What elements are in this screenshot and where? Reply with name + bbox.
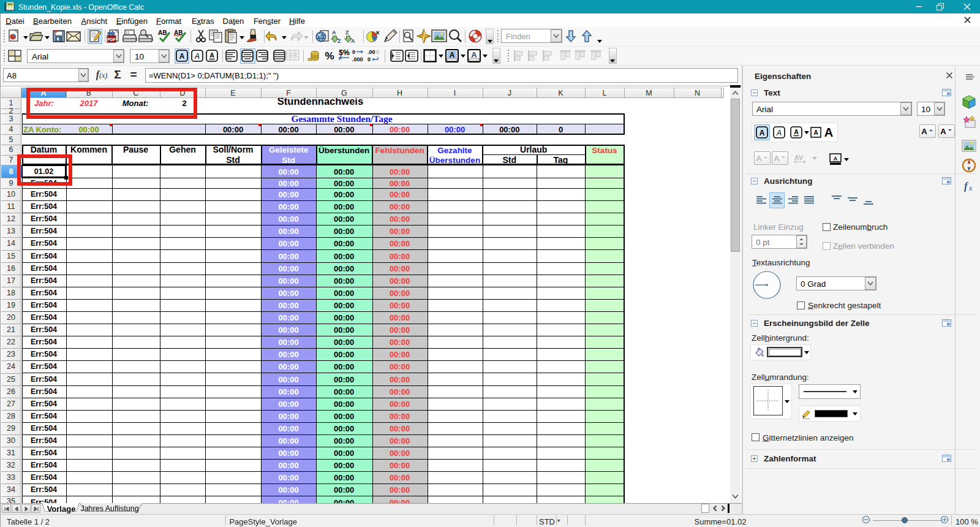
svg-text:N: N [968, 160, 970, 164]
svg-text:A: A [450, 51, 455, 59]
svg-text:AV: AV [794, 154, 804, 161]
svg-text:0: 0 [352, 49, 355, 55]
svg-text:A: A [179, 52, 184, 61]
svg-text:A: A [921, 127, 927, 136]
svg-text:A: A [834, 156, 838, 162]
svg-text:f: f [964, 180, 969, 192]
svg-text:A: A [760, 129, 765, 137]
svg-text:.00: .00 [368, 49, 375, 55]
svg-text:%: % [325, 50, 334, 61]
svg-text:.000: .000 [352, 56, 363, 63]
svg-text:x: x [968, 184, 973, 192]
svg-text:A: A [774, 154, 780, 163]
svg-text:A: A [194, 52, 199, 61]
svg-text:A: A [794, 128, 799, 135]
svg-text:PDF: PDF [107, 37, 116, 42]
svg-text:0: 0 [376, 49, 379, 55]
svg-text:A: A [332, 29, 336, 36]
svg-text:Z: Z [345, 29, 349, 36]
svg-text:A: A [824, 126, 833, 139]
svg-text:A: A [940, 127, 946, 136]
svg-text:A: A [813, 129, 818, 136]
svg-text:AB: AB [158, 29, 167, 36]
svg-text:0: 0 [368, 56, 371, 63]
svg-text:A: A [756, 154, 762, 163]
svg-text:A: A [209, 51, 214, 59]
svg-text:A: A [471, 50, 477, 59]
svg-text:$%: $% [339, 48, 350, 57]
svg-text:A: A [776, 129, 782, 137]
